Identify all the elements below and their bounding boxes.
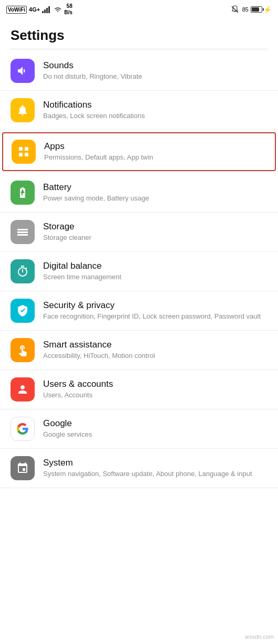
digital-balance-icon bbox=[11, 259, 35, 283]
storage-text: StorageStorage cleaner bbox=[43, 221, 267, 242]
battery-icon bbox=[251, 6, 262, 13]
battery-percent: 85 bbox=[242, 6, 249, 13]
apps-icon bbox=[12, 140, 36, 164]
svg-rect-1 bbox=[44, 9, 46, 13]
security-privacy-subtitle: Face recognition, Fingerprint ID, Lock s… bbox=[43, 312, 267, 321]
bell-muted-icon bbox=[231, 5, 239, 14]
storage-subtitle: Storage cleaner bbox=[43, 233, 267, 242]
sounds-subtitle: Do not disturb, Ringtone, Vibrate bbox=[43, 72, 267, 81]
status-right: 85 ⚡ bbox=[231, 5, 272, 14]
network-type: 4G+ bbox=[29, 6, 40, 13]
security-privacy-title: Security & privacy bbox=[43, 300, 267, 311]
battery-title: Battery bbox=[43, 182, 267, 193]
network-speed: 58 B/s bbox=[64, 3, 73, 16]
settings-item-security-privacy[interactable]: Security & privacyFace recognition, Fing… bbox=[0, 291, 278, 331]
google-text: GoogleGoogle services bbox=[43, 418, 267, 439]
system-title: System bbox=[43, 458, 267, 468]
smart-assistance-icon bbox=[11, 338, 35, 362]
settings-list: SoundsDo not disturb, Ringtone, VibrateN… bbox=[0, 51, 278, 488]
smart-assistance-title: Smart assistance bbox=[43, 340, 267, 350]
digital-balance-text: Digital balanceScreen time management bbox=[43, 261, 267, 282]
settings-item-system[interactable]: SystemSystem navigation, Software update… bbox=[0, 449, 278, 488]
settings-item-notifications[interactable]: NotificationsBadges, Lock screen notific… bbox=[0, 91, 278, 130]
users-accounts-text: Users & accountsUsers, Accounts bbox=[43, 379, 267, 400]
notifications-text: NotificationsBadges, Lock screen notific… bbox=[43, 100, 267, 121]
sounds-icon bbox=[11, 59, 35, 83]
page-title: Settings bbox=[0, 19, 278, 49]
settings-item-digital-balance[interactable]: Digital balanceScreen time management bbox=[0, 252, 278, 291]
charging-icon: ⚡ bbox=[263, 6, 272, 14]
settings-item-battery[interactable]: BatteryPower saving mode, Battery usage bbox=[0, 173, 278, 213]
signal-icon bbox=[42, 6, 52, 13]
status-bar: VoWiFi 4G+ 58 B/s 85 ⚡ bbox=[0, 0, 278, 19]
users-accounts-subtitle: Users, Accounts bbox=[43, 390, 267, 400]
battery-block: 85 ⚡ bbox=[242, 6, 272, 14]
svg-rect-2 bbox=[46, 8, 48, 13]
settings-item-apps[interactable]: AppsPermissions, Default apps, App twin bbox=[2, 132, 276, 171]
settings-item-smart-assistance[interactable]: Smart assistanceAccessibility, HiTouch, … bbox=[0, 331, 278, 370]
battery-icon bbox=[11, 181, 35, 205]
smart-assistance-subtitle: Accessibility, HiTouch, Motion control bbox=[43, 351, 267, 361]
google-title: Google bbox=[43, 418, 267, 429]
svg-rect-3 bbox=[48, 6, 50, 13]
apps-title: Apps bbox=[44, 141, 266, 152]
svg-rect-5 bbox=[19, 147, 23, 151]
security-privacy-text: Security & privacyFace recognition, Fing… bbox=[43, 300, 267, 321]
google-icon bbox=[11, 417, 35, 441]
users-accounts-title: Users & accounts bbox=[43, 379, 267, 389]
settings-item-google[interactable]: GoogleGoogle services bbox=[0, 409, 278, 449]
users-accounts-icon bbox=[11, 377, 35, 402]
system-icon bbox=[11, 456, 35, 480]
security-privacy-icon bbox=[11, 299, 35, 323]
smart-assistance-text: Smart assistanceAccessibility, HiTouch, … bbox=[43, 340, 267, 361]
battery-subtitle: Power saving mode, Battery usage bbox=[43, 194, 267, 203]
sounds-text: SoundsDo not disturb, Ringtone, Vibrate bbox=[43, 60, 267, 81]
apps-subtitle: Permissions, Default apps, App twin bbox=[44, 153, 266, 162]
settings-item-sounds[interactable]: SoundsDo not disturb, Ringtone, Vibrate bbox=[0, 51, 278, 91]
notifications-subtitle: Badges, Lock screen notifications bbox=[43, 111, 267, 121]
google-subtitle: Google services bbox=[43, 430, 267, 439]
battery-text: BatteryPower saving mode, Battery usage bbox=[43, 182, 267, 203]
svg-rect-7 bbox=[19, 153, 23, 156]
system-text: SystemSystem navigation, Software update… bbox=[43, 458, 267, 479]
storage-icon bbox=[11, 220, 35, 244]
settings-item-storage[interactable]: StorageStorage cleaner bbox=[0, 213, 278, 252]
settings-item-users-accounts[interactable]: Users & accountsUsers, Accounts bbox=[0, 370, 278, 409]
digital-balance-title: Digital balance bbox=[43, 261, 267, 271]
vowifi-label: VoWiFi bbox=[6, 6, 27, 14]
svg-rect-6 bbox=[25, 147, 28, 151]
notifications-title: Notifications bbox=[43, 100, 267, 110]
digital-balance-subtitle: Screen time management bbox=[43, 272, 267, 282]
storage-title: Storage bbox=[43, 221, 267, 232]
apps-text: AppsPermissions, Default apps, App twin bbox=[44, 141, 266, 162]
svg-rect-8 bbox=[25, 153, 28, 156]
svg-rect-0 bbox=[42, 11, 44, 13]
status-left: VoWiFi 4G+ 58 B/s bbox=[6, 3, 73, 16]
notifications-icon bbox=[11, 98, 35, 122]
wifi-icon bbox=[54, 6, 62, 13]
system-subtitle: System navigation, Software update, Abou… bbox=[43, 469, 267, 479]
sounds-title: Sounds bbox=[43, 60, 267, 71]
scroll-hint bbox=[11, 49, 267, 49]
watermark: wsxdn.com bbox=[245, 634, 274, 640]
